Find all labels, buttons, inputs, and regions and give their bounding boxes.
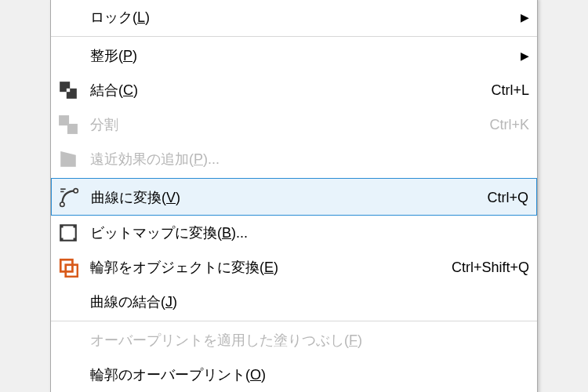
no-icon (56, 328, 81, 353)
menu-item-label: 分割 (90, 115, 475, 134)
menu-item-label: 整形(P) (90, 46, 514, 65)
menu-item-shortcut: Ctrl+K (489, 117, 529, 133)
menu-item-2[interactable]: 結合(C)Ctrl+L (51, 73, 537, 107)
menu-item-10[interactable]: 輪郭のオーバープリント(O) (51, 358, 537, 392)
menu-item-label: 遠近効果の追加(P)... (90, 150, 529, 169)
no-icon (56, 43, 81, 68)
menu-item-label: ビットマップに変換(B)... (90, 223, 529, 242)
menu-item-shortcut: Ctrl+L (491, 82, 529, 99)
menu-item-label: 輪郭のオーバープリント(O) (90, 365, 529, 384)
svg-point-7 (60, 202, 64, 206)
menu-item-shortcut: Ctrl+Q (487, 190, 528, 206)
svg-rect-3 (60, 116, 68, 125)
menu-item-0[interactable]: ロック(L)▶ (51, 0, 537, 34)
svg-rect-12 (60, 225, 63, 227)
svg-point-8 (74, 189, 78, 193)
menu-item-label: 結合(C) (90, 81, 477, 100)
combine-icon (56, 78, 81, 103)
menu-item-6[interactable]: ビットマップに変換(B)... (51, 216, 537, 250)
menu-item-5[interactable]: 曲線に変換(V)Ctrl+Q (51, 178, 537, 216)
menu-item-3: 分割Ctrl+K (51, 107, 537, 142)
bitmap-icon (56, 220, 81, 245)
perspective-icon (56, 147, 81, 172)
no-icon (56, 362, 81, 387)
menu-item-7[interactable]: 輪郭をオブジェクトに変換(E)Ctrl+Shift+Q (51, 250, 537, 285)
menu-item-label: 曲線に変換(V) (91, 188, 473, 207)
menu-item-label: ロック(L) (90, 8, 514, 27)
menu-item-8[interactable]: 曲線の結合(J) (51, 285, 537, 319)
svg-rect-2 (67, 89, 70, 92)
menu-item-label: 輪郭をオブジェクトに変換(E) (90, 258, 437, 277)
svg-rect-14 (60, 238, 63, 241)
svg-rect-13 (74, 225, 76, 227)
menu-item-label: オーバープリントを適用した塗りつぶし(F) (90, 331, 529, 350)
menu-item-9: オーバープリントを適用した塗りつぶし(F) (51, 321, 537, 358)
svg-rect-15 (74, 238, 76, 241)
no-icon (56, 289, 81, 314)
menu-item-4: 遠近効果の追加(P)... (51, 142, 537, 176)
break-icon (56, 112, 81, 137)
menu-item-1[interactable]: 整形(P)▶ (51, 36, 537, 73)
submenu-arrow-icon: ▶ (521, 11, 529, 24)
no-icon (56, 5, 81, 30)
outline-icon (56, 255, 81, 280)
menu-item-label: 曲線の結合(J) (90, 292, 529, 311)
curve-icon (56, 185, 82, 210)
svg-rect-4 (68, 125, 77, 133)
menu-item-shortcut: Ctrl+Shift+Q (452, 260, 529, 276)
context-menu: ロック(L)▶整形(P)▶結合(C)Ctrl+L分割Ctrl+K遠近効果の追加(… (50, 0, 538, 392)
submenu-arrow-icon: ▶ (521, 49, 529, 62)
